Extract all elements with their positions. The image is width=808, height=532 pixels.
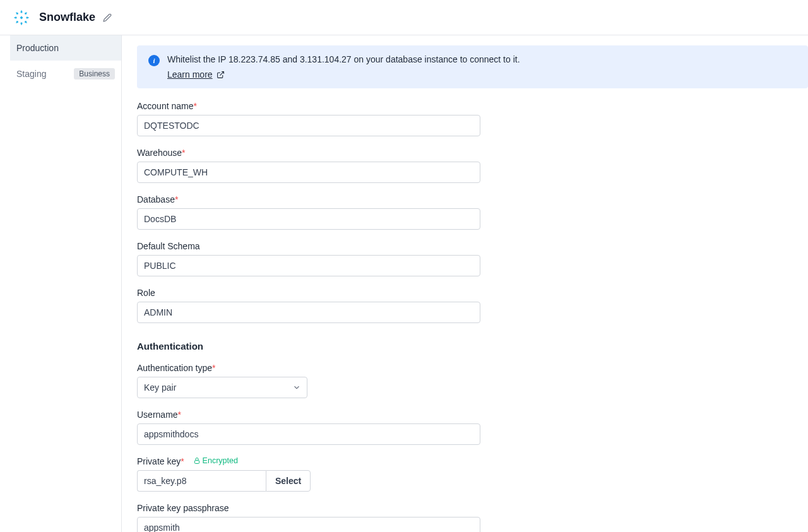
business-badge: Business (74, 68, 115, 80)
sidebar-item-label: Staging (16, 69, 46, 79)
database-input[interactable] (137, 208, 480, 230)
sidebar-item-production[interactable]: Production (10, 35, 121, 61)
whitelist-banner: i Whitelist the IP 18.223.74.85 and 3.13… (137, 45, 808, 88)
database-label: Database* (137, 194, 808, 204)
sidebar-item-staging[interactable]: Staging Business (10, 61, 121, 87)
private-key-label: Private key* Encrypted (137, 456, 808, 466)
sidebar-item-label: Production (16, 43, 59, 53)
main-content: i Whitelist the IP 18.223.74.85 and 3.13… (122, 35, 808, 532)
banner-text: Whitelist the IP 18.223.74.85 and 3.131.… (167, 54, 520, 64)
warehouse-label: Warehouse* (137, 148, 808, 158)
default-schema-label: Default Schema (137, 241, 808, 251)
passphrase-input[interactable] (137, 517, 480, 532)
encrypted-tag: Encrypted (193, 456, 238, 465)
external-link-icon (217, 71, 225, 79)
role-label: Role (137, 288, 808, 298)
svg-line-1 (220, 71, 223, 75)
account-name-label: Account name* (137, 101, 808, 111)
passphrase-label: Private key passphrase (137, 503, 808, 513)
select-file-button[interactable]: Select (266, 470, 311, 492)
svg-rect-0 (20, 16, 23, 19)
username-input[interactable] (137, 423, 480, 445)
default-schema-input[interactable] (137, 255, 480, 276)
username-label: Username* (137, 410, 808, 420)
authentication-section-title: Authentication (137, 341, 808, 352)
learn-more-link[interactable]: Learn more (167, 69, 225, 80)
snowflake-logo-icon (13, 9, 30, 27)
auth-type-select[interactable]: Key pair (137, 377, 307, 398)
page-title: Snowflake (39, 11, 95, 24)
header: Snowflake (0, 0, 808, 35)
lock-icon (193, 457, 201, 464)
private-key-input[interactable] (137, 470, 266, 492)
sidebar: Production Staging Business (10, 35, 122, 532)
account-name-input[interactable] (137, 115, 480, 136)
edit-title-icon[interactable] (103, 13, 112, 22)
info-icon: i (148, 55, 160, 66)
svg-rect-2 (194, 461, 199, 464)
auth-type-label: Authentication type* (137, 363, 808, 373)
role-input[interactable] (137, 302, 480, 323)
warehouse-input[interactable] (137, 162, 480, 183)
